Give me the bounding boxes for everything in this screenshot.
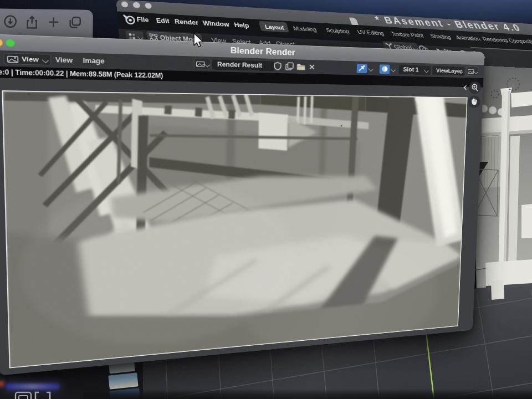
traffic-zoom-button[interactable]	[144, 2, 152, 9]
menu-help[interactable]: Help	[233, 18, 250, 33]
chevron-down-icon	[473, 69, 478, 74]
image-editor-canvas[interactable]	[0, 78, 483, 375]
menu-window[interactable]: Window	[202, 16, 231, 32]
image-menu-image[interactable]: Image	[83, 53, 104, 69]
image-datablock-name[interactable]: Render Result	[212, 59, 274, 71]
render-window: Blender Render View View Image	[0, 34, 484, 375]
view-layer-selector[interactable]: ViewLayer	[432, 66, 465, 76]
thumbnail[interactable]	[108, 372, 138, 389]
display-channels-button[interactable]	[380, 64, 390, 74]
gizmo-collapse-chevron[interactable]	[463, 85, 467, 90]
image-menu-view[interactable]: View	[55, 52, 73, 68]
magnifier-plus-icon	[471, 84, 479, 92]
slot-selector[interactable]: Slot 1	[398, 65, 431, 75]
chevron-down-icon	[424, 68, 429, 73]
toolbar-icons-fragment	[14, 391, 59, 399]
chevron-down-icon	[42, 58, 49, 63]
color-alpha-sphere-icon	[381, 65, 388, 73]
tab-animation[interactable]: Animation	[453, 31, 483, 45]
render-result-icon-button[interactable]	[466, 66, 478, 76]
pan-gizmo[interactable]	[468, 95, 480, 108]
zoom-gizmo[interactable]	[469, 81, 482, 94]
unlink-x-icon[interactable]	[307, 62, 316, 71]
dock-glow	[6, 383, 60, 389]
chevron-down-icon	[204, 62, 209, 68]
slot-label: Slot 1	[403, 66, 418, 73]
hand-icon	[470, 97, 478, 106]
tab-uv-editing[interactable]: UV Editing	[355, 25, 386, 40]
mode-label: View	[22, 54, 39, 65]
chevron-down-icon	[391, 67, 396, 72]
tab-modeling[interactable]: Modeling	[291, 22, 319, 36]
tab-sculpting[interactable]: Sculpting	[324, 24, 351, 38]
image-editor-mode-selector[interactable]: View	[3, 53, 51, 65]
share-icon[interactable]	[25, 15, 38, 29]
downloads-icon[interactable]	[4, 15, 17, 28]
new-tab-icon[interactable]	[47, 16, 60, 29]
dock-glow-red	[0, 380, 4, 387]
image-datablock-icon-button[interactable]	[194, 58, 211, 69]
tab-layout[interactable]: Layout	[263, 20, 285, 34]
fake-user-shield-icon[interactable]	[273, 62, 283, 71]
traffic-minimize-button[interactable]	[132, 2, 140, 8]
chevron-down-icon	[368, 66, 373, 71]
menu-render[interactable]: Render	[173, 14, 200, 30]
screen-bottom-shadow	[83, 389, 532, 399]
open-image-folder-icon[interactable]	[296, 62, 305, 71]
tab-overview-icon[interactable]	[68, 16, 82, 29]
new-image-icon[interactable]	[284, 62, 294, 71]
screen-photo: * BAsement - Blender 4.0 File Edit Rende…	[0, 0, 532, 399]
rendered-image	[2, 90, 467, 368]
tab-shading[interactable]: Shading	[428, 29, 454, 43]
menu-edit[interactable]: Edit	[155, 13, 170, 28]
tab-texture-paint[interactable]: Texture Paint	[388, 27, 426, 42]
tool-gizmo-button[interactable]	[357, 64, 367, 73]
image-icon	[7, 55, 19, 63]
traffic-close-button[interactable]	[121, 1, 128, 8]
menu-file[interactable]: File	[136, 12, 150, 27]
blender-logo-icon[interactable]	[122, 14, 136, 25]
mouse-cursor	[191, 32, 205, 49]
cursor-tool-icon	[358, 65, 366, 72]
